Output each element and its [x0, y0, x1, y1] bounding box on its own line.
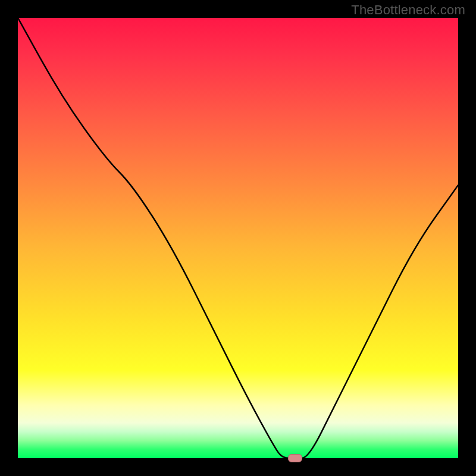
plot-area	[18, 18, 458, 458]
chart-frame: TheBottleneck.com	[0, 0, 476, 476]
watermark-text: TheBottleneck.com	[351, 2, 465, 18]
line-curve	[18, 18, 458, 458]
minimum-marker	[288, 454, 302, 462]
